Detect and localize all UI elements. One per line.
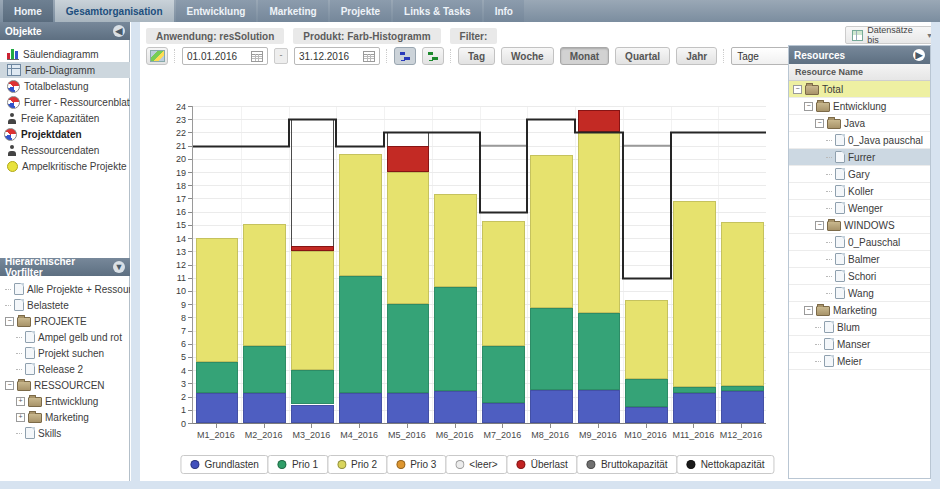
- expander-icon[interactable]: +: [16, 413, 25, 422]
- vorfilter-item[interactable]: Alle Projekte + Ressourcen: [0, 281, 130, 297]
- vorfilter-item[interactable]: Ampel gelb und rot: [0, 329, 130, 345]
- period-button-jahr[interactable]: Jahr: [676, 47, 717, 65]
- hierarchy-view-button[interactable]: [422, 47, 444, 65]
- person-icon: [7, 145, 17, 156]
- chevron-left-icon[interactable]: ◀: [113, 25, 125, 37]
- y-axis-tick: [188, 423, 192, 424]
- calendar-icon[interactable]: [363, 51, 375, 62]
- resource-row[interactable]: 0_Java pauschal: [789, 132, 930, 149]
- vorfilter-item[interactable]: +Marketing: [0, 409, 130, 425]
- chart-image-button[interactable]: [146, 47, 168, 65]
- legend-item-prio-1[interactable]: Prio 1: [268, 455, 328, 474]
- objekte-item[interactable]: Projektdaten: [0, 126, 130, 142]
- resource-row[interactable]: −Total: [789, 81, 930, 98]
- y-axis-tick: [188, 278, 192, 279]
- window-horizontal-scrollbar[interactable]: [0, 481, 940, 489]
- sidebar-scrollbar[interactable]: [131, 22, 140, 481]
- vorfilter-item[interactable]: −PROJEKTE: [0, 313, 130, 329]
- expander-icon[interactable]: −: [5, 317, 14, 326]
- nav-tab-home[interactable]: Home: [3, 0, 53, 22]
- legend-color-dot: [517, 460, 526, 469]
- application-window: HomeGesamtorganisationEntwicklungMarketi…: [0, 0, 940, 489]
- vorfilter-item[interactable]: Projekt suchen: [0, 345, 130, 361]
- y-axis-tick: [188, 370, 192, 371]
- expander-icon[interactable]: −: [815, 221, 824, 230]
- objekte-item[interactable]: Furrer - Ressourcenblatt: [0, 94, 130, 110]
- period-button-monat[interactable]: Monat: [560, 47, 609, 65]
- expander-icon[interactable]: −: [804, 102, 813, 111]
- legend-item-grundlasten[interactable]: Grundlasten: [180, 455, 268, 474]
- legend-item-prio-2[interactable]: Prio 2: [327, 455, 387, 474]
- period-button-tag[interactable]: Tag: [458, 47, 495, 65]
- expander-icon[interactable]: −: [793, 85, 802, 94]
- expander-icon[interactable]: −: [5, 381, 14, 390]
- calendar-icon[interactable]: [251, 51, 263, 62]
- vorfilter-item[interactable]: +Entwicklung: [0, 393, 130, 409]
- window-vertical-scrollbar[interactable]: [931, 22, 940, 481]
- legend-item-prio-3[interactable]: Prio 3: [386, 455, 446, 474]
- tree-connector: [5, 289, 11, 290]
- document-icon: [835, 270, 845, 282]
- resource-row[interactable]: Furrer: [789, 149, 930, 166]
- resource-row[interactable]: Schori: [789, 268, 930, 285]
- resource-row[interactable]: Wang: [789, 285, 930, 302]
- resource-row[interactable]: −Marketing: [789, 302, 930, 319]
- y-axis-tick: [188, 238, 192, 239]
- resource-row[interactable]: Gary: [789, 166, 930, 183]
- tree-connector: [826, 174, 832, 175]
- resource-row[interactable]: Balmer: [789, 251, 930, 268]
- vorfilter-item[interactable]: Release 2: [0, 361, 130, 377]
- vorfilter-item[interactable]: −RESSOURCEN: [0, 377, 130, 393]
- datensaetze-bis-button[interactable]: Datensätze bis ▼: [845, 26, 940, 44]
- resource-row[interactable]: Manser: [789, 336, 930, 353]
- nav-tab-projekte[interactable]: Projekte: [330, 0, 391, 22]
- date-from-field[interactable]: 01.01.2016: [182, 47, 268, 65]
- objekte-item[interactable]: Ampelkritische Projekte: [0, 158, 130, 174]
- resource-row[interactable]: 0_Pauschal: [789, 234, 930, 251]
- resource-row[interactable]: Blum: [789, 319, 930, 336]
- vorfilter-item[interactable]: Skills: [0, 425, 130, 441]
- nav-tab-gesamtorganisation[interactable]: Gesamtorganisation: [55, 0, 174, 22]
- resource-name-column-header[interactable]: Resource Name: [789, 64, 930, 81]
- legend-item-bruttokapazit-t[interactable]: Bruttokapazität: [577, 455, 678, 474]
- produkt-button[interactable]: Produkt: Farb-Histogramm: [293, 28, 440, 44]
- objekte-panel-title: Objekte: [5, 26, 42, 37]
- objekte-item[interactable]: Farb-Diagramm: [0, 62, 130, 78]
- anwendung-button[interactable]: Anwendung: resSolution: [146, 28, 284, 44]
- vorfilter-item-label: PROJEKTE: [34, 316, 87, 327]
- y-axis-tick-label: 9: [166, 300, 186, 310]
- resource-row[interactable]: Koller: [789, 183, 930, 200]
- tree-connector: [826, 259, 832, 260]
- expander-icon[interactable]: −: [804, 306, 813, 315]
- filter-button[interactable]: Filter:: [450, 28, 498, 44]
- resource-row[interactable]: −WINDOWS: [789, 217, 930, 234]
- date-to-field[interactable]: 31.12.2016: [294, 47, 380, 65]
- nav-tab-marketing[interactable]: Marketing: [258, 0, 327, 22]
- objekte-item[interactable]: Säulendiagramm: [0, 46, 130, 62]
- y-axis-tick-label: 2: [166, 392, 186, 402]
- chevron-down-icon[interactable]: ▼: [113, 261, 125, 273]
- resource-row[interactable]: −Java: [789, 115, 930, 132]
- folder-icon: [827, 119, 841, 129]
- objekte-item[interactable]: Freie Kapazitäten: [0, 110, 130, 126]
- expander-icon[interactable]: +: [16, 397, 25, 406]
- x-axis-tick-label: M9_2016: [574, 430, 622, 440]
- legend-item--berlast[interactable]: Überlast: [507, 455, 578, 474]
- nav-tab-links-tasks[interactable]: Links & Tasks: [393, 0, 482, 22]
- legend-item--leer-[interactable]: <leer>: [445, 455, 507, 474]
- nav-tab-entwicklung[interactable]: Entwicklung: [176, 0, 257, 22]
- objekte-item[interactable]: Totalbelastung: [0, 78, 130, 94]
- period-button-woche[interactable]: Woche: [501, 47, 554, 65]
- resource-row[interactable]: Wenger: [789, 200, 930, 217]
- objekte-item[interactable]: Ressourcendaten: [0, 142, 130, 158]
- resource-row[interactable]: Meier: [789, 353, 930, 370]
- nav-tab-info[interactable]: Info: [484, 0, 524, 22]
- period-button-quartal[interactable]: Quartal: [615, 47, 670, 65]
- legend-item-nettokapazit-t[interactable]: Nettokapazität: [677, 455, 775, 474]
- vorfilter-item[interactable]: Belastete: [0, 297, 130, 313]
- chevron-right-icon[interactable]: ▶: [913, 49, 925, 61]
- resource-row[interactable]: −Entwicklung: [789, 98, 930, 115]
- y-axis-tick: [188, 185, 192, 186]
- expander-icon[interactable]: −: [815, 119, 824, 128]
- hierarchy-view-button-active[interactable]: [394, 47, 416, 65]
